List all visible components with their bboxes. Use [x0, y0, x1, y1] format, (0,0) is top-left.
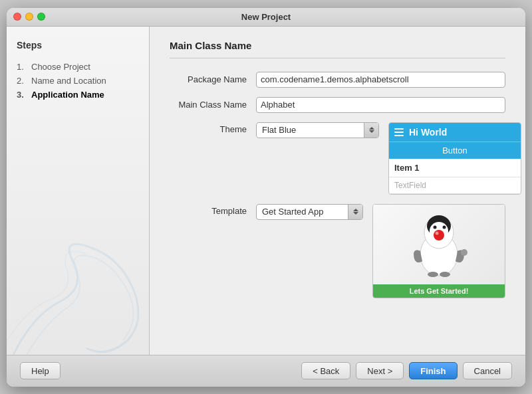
theme-select[interactable]: Flat Blue — [256, 122, 379, 138]
watermark-graphic — [7, 235, 146, 355]
hamburger-line-1 — [394, 128, 404, 130]
step-2-number: 2. — [17, 76, 27, 86]
hamburger-line-2 — [394, 132, 404, 133]
template-dropdown-arrow[interactable] — [348, 205, 362, 219]
traffic-lights — [13, 13, 45, 21]
package-name-row: Package Name — [170, 72, 505, 88]
template-label: Template — [170, 204, 256, 216]
bottom-right-buttons: < Back Next > Finish Cancel — [301, 362, 512, 379]
preview-textfield: TextField — [389, 177, 521, 194]
svg-point-10 — [461, 249, 467, 256]
template-arrow-up-icon — [353, 209, 358, 211]
panel-heading: Main Class Name — [170, 40, 505, 58]
bottom-left-buttons: Help — [20, 362, 61, 379]
back-button[interactable]: < Back — [301, 362, 350, 379]
step-3: 3. Application Name — [17, 88, 139, 102]
preview-header: Hi World — [389, 123, 521, 142]
preview-item: Item 1 — [389, 159, 521, 177]
finish-button[interactable]: Finish — [409, 362, 457, 379]
mascot-panel: Lets Get Started! — [372, 204, 505, 298]
svg-point-9 — [443, 225, 446, 229]
theme-select-wrapper: Flat Blue — [256, 122, 379, 138]
svg-point-12 — [440, 272, 450, 277]
next-button[interactable]: Next > — [356, 362, 404, 379]
hamburger-icon — [394, 128, 404, 136]
titlebar: New Project — [7, 8, 525, 27]
preview-button: Button — [389, 142, 521, 159]
step-2-label: Name and Location — [31, 76, 106, 86]
step-1-number: 1. — [17, 62, 27, 72]
step-1: 1. Choose Project — [17, 60, 139, 74]
arrow-down-icon — [369, 130, 374, 133]
main-panel: Main Class Name Package Name Main Class … — [150, 27, 525, 355]
template-arrow-down-icon — [353, 212, 358, 215]
maximize-button[interactable] — [37, 13, 45, 21]
package-input[interactable] — [256, 72, 505, 88]
template-row: Template Get Started App — [170, 204, 505, 298]
template-select[interactable]: Get Started App — [256, 204, 363, 220]
preview-title: Hi World — [409, 127, 447, 138]
close-button[interactable] — [13, 13, 21, 21]
new-project-window: New Project Steps 1. Choose Project 2. N… — [7, 8, 525, 387]
step-1-label: Choose Project — [31, 62, 90, 72]
template-value: Get Started App — [257, 207, 348, 217]
step-3-number: 3. — [17, 90, 27, 100]
package-label: Package Name — [170, 74, 256, 84]
main-content: Steps 1. Choose Project 2. Name and Loca… — [7, 27, 525, 355]
sidebar-heading: Steps — [17, 40, 139, 50]
svg-point-11 — [428, 272, 438, 277]
theme-dropdown-arrow[interactable] — [364, 123, 378, 138]
mascot-illustration — [409, 211, 469, 278]
theme-label: Theme — [170, 122, 256, 134]
theme-value: Flat Blue — [257, 125, 364, 135]
mascot-footer: Lets Get Started! — [373, 284, 505, 298]
theme-row: Theme Flat Blue — [170, 122, 505, 195]
main-class-label: Main Class Name — [170, 100, 256, 110]
bottom-bar: Help < Back Next > Finish Cancel — [7, 355, 525, 387]
main-class-row: Main Class Name — [170, 97, 505, 113]
mascot-body — [373, 205, 505, 284]
hamburger-line-3 — [394, 135, 404, 136]
steps-list: 1. Choose Project 2. Name and Location 3… — [17, 60, 139, 102]
main-class-input[interactable] — [256, 97, 505, 113]
help-button[interactable]: Help — [20, 362, 61, 379]
window-title: New Project — [241, 12, 291, 22]
step-2: 2. Name and Location — [17, 74, 139, 88]
arrow-up-icon — [369, 127, 374, 130]
theme-preview: Hi World Button Item 1 TextField — [388, 122, 521, 195]
minimize-button[interactable] — [25, 13, 33, 21]
step-3-label: Application Name — [31, 90, 104, 100]
svg-point-8 — [434, 225, 437, 229]
svg-point-4 — [434, 230, 444, 241]
svg-point-5 — [436, 231, 439, 235]
cancel-button[interactable]: Cancel — [463, 362, 512, 379]
sidebar: Steps 1. Choose Project 2. Name and Loca… — [7, 27, 150, 355]
